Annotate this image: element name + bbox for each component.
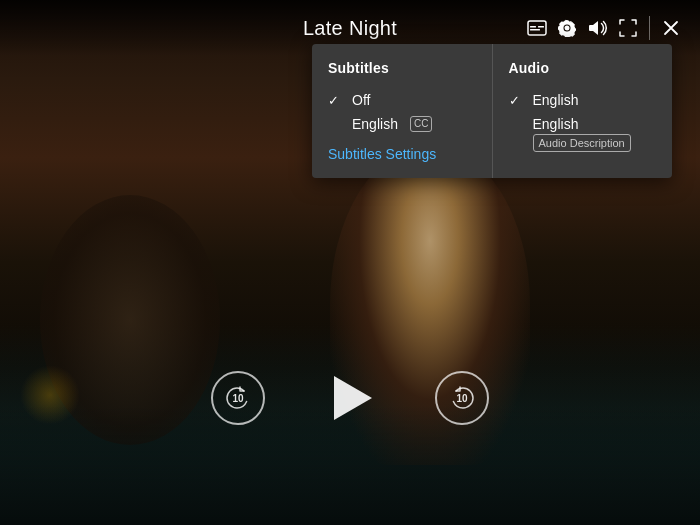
subtitles-off-label: Off — [352, 92, 370, 108]
audio-english-label: English — [533, 92, 579, 108]
svg-rect-1 — [530, 26, 536, 28]
subtitles-section-title: Subtitles — [328, 60, 476, 76]
close-button[interactable] — [658, 10, 684, 46]
audio-desc-badge: Audio Description — [533, 134, 631, 152]
audio-english-desc-item[interactable]: English Audio Description — [509, 112, 657, 156]
audio-button[interactable] — [585, 10, 611, 46]
subtitles-icon — [527, 20, 547, 36]
subtitles-english-item[interactable]: ✓ English CC — [328, 112, 476, 136]
skip-forward-button[interactable]: 10 — [435, 371, 489, 425]
fullscreen-button[interactable] — [615, 10, 641, 46]
audio-section: Audio ✓ English English Audio Descriptio… — [493, 44, 673, 178]
skip-back-seconds: 10 — [232, 393, 243, 404]
audio-english-check: ✓ — [509, 93, 525, 108]
subtitles-settings-link[interactable]: Subtitles Settings — [328, 146, 476, 162]
svg-rect-3 — [538, 26, 544, 28]
top-controls — [524, 10, 684, 46]
subtitles-section: Subtitles ✓ Off ✓ English CC Subtitles S… — [312, 44, 493, 178]
dropdown-panel: Subtitles ✓ Off ✓ English CC Subtitles S… — [312, 44, 672, 178]
subtitles-off-item[interactable]: ✓ Off — [328, 88, 476, 112]
subtitles-off-check: ✓ — [328, 93, 344, 108]
skip-forward-seconds: 10 — [456, 393, 467, 404]
speaker-icon — [588, 19, 608, 37]
skip-back-button[interactable]: 10 — [211, 371, 265, 425]
svg-rect-0 — [528, 21, 546, 35]
audio-english-desc-label: English — [533, 116, 579, 132]
page-title: Late Night — [303, 17, 397, 40]
cc-badge: CC — [410, 116, 432, 132]
svg-rect-2 — [530, 29, 540, 31]
gear-icon — [558, 19, 576, 37]
fullscreen-icon — [619, 19, 637, 37]
play-button[interactable] — [325, 373, 375, 423]
audio-section-title: Audio — [509, 60, 657, 76]
audio-english-item[interactable]: ✓ English — [509, 88, 657, 112]
divider — [649, 16, 650, 40]
settings-button[interactable] — [554, 10, 580, 46]
playback-controls: 10 10 — [0, 371, 700, 425]
subtitles-english-label: English — [352, 116, 398, 132]
close-icon — [663, 20, 679, 36]
subtitles-button[interactable] — [524, 10, 550, 46]
dropdown-overlay: Subtitles ✓ Off ✓ English CC Subtitles S… — [312, 44, 672, 178]
play-icon — [334, 376, 372, 420]
